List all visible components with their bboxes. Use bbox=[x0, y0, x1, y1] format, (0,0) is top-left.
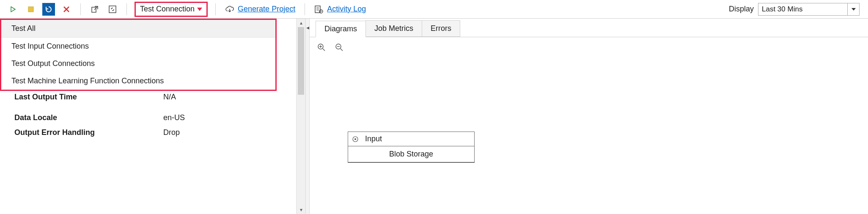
diagram-node-input[interactable]: Input Blob Storage bbox=[348, 132, 475, 163]
right-pane: Diagrams Job Metrics Errors Input Blob S… bbox=[310, 19, 868, 214]
zoom-out-icon[interactable] bbox=[335, 43, 343, 54]
separator bbox=[215, 3, 216, 15]
link-icon[interactable] bbox=[106, 3, 119, 16]
prop-row-last-output: Last Output Time N/A bbox=[14, 93, 301, 102]
prop-value: N/A bbox=[163, 93, 176, 102]
separator bbox=[305, 3, 305, 15]
display-filter: Display Last 30 Mins bbox=[729, 3, 864, 16]
svg-rect-0 bbox=[28, 7, 33, 12]
vertical-scrollbar[interactable]: ▴ ▾ bbox=[296, 19, 305, 214]
test-connection-menu: Test All Test Input Connections Test Out… bbox=[0, 19, 277, 91]
zoom-in-icon[interactable] bbox=[317, 43, 326, 54]
prop-key: Last Output Time bbox=[14, 93, 163, 102]
tab-job-metrics[interactable]: Job Metrics bbox=[365, 20, 422, 37]
diagram-toolbar bbox=[310, 37, 868, 60]
prop-row-error-handling: Output Error Handling Drop bbox=[14, 128, 301, 137]
svg-rect-1 bbox=[92, 7, 96, 12]
test-connection-label: Test Connection bbox=[140, 5, 195, 14]
chevron-down-icon bbox=[197, 8, 202, 11]
menu-test-input[interactable]: Test Input Connections bbox=[1, 38, 275, 55]
generate-project-button[interactable]: Generate Project bbox=[225, 5, 295, 14]
test-connection-dropdown[interactable]: Test Connection bbox=[135, 2, 208, 17]
tab-strip: Diagrams Job Metrics Errors bbox=[310, 19, 868, 37]
open-external-icon[interactable] bbox=[88, 3, 101, 16]
cloud-download-icon bbox=[225, 5, 234, 14]
menu-test-all[interactable]: Test All bbox=[1, 20, 275, 38]
tab-diagrams[interactable]: Diagrams bbox=[316, 21, 366, 37]
generate-project-label: Generate Project bbox=[238, 5, 295, 14]
collapse-left-icon[interactable]: ◂ bbox=[306, 24, 309, 31]
content-area: Test All Test Input Connections Test Out… bbox=[0, 19, 868, 214]
scroll-up-icon[interactable]: ▴ bbox=[297, 19, 305, 27]
node-subtitle: Blob Storage bbox=[348, 146, 474, 162]
node-header: Input bbox=[348, 132, 474, 146]
menu-test-output[interactable]: Test Output Connections bbox=[1, 55, 275, 72]
node-title: Input bbox=[365, 134, 382, 143]
menu-test-ml[interactable]: Test Machine Learning Function Connectio… bbox=[1, 72, 275, 90]
toolbar: Test Connection Generate Project Activit… bbox=[0, 0, 868, 19]
chevron-down-icon bbox=[847, 3, 859, 15]
scroll-down-icon[interactable]: ▾ bbox=[297, 206, 305, 214]
scrollbar-thumb[interactable] bbox=[298, 27, 304, 95]
input-icon bbox=[352, 136, 359, 143]
svg-rect-2 bbox=[109, 6, 116, 13]
prop-value: en-US bbox=[163, 113, 185, 122]
separator bbox=[80, 3, 81, 15]
activity-log-label: Activity Log bbox=[327, 5, 366, 14]
display-select[interactable]: Last 30 Mins bbox=[758, 3, 860, 16]
display-select-value: Last 30 Mins bbox=[758, 5, 847, 14]
prop-value: Drop bbox=[163, 128, 180, 137]
splitter[interactable]: ◂ bbox=[305, 19, 310, 214]
tab-errors[interactable]: Errors bbox=[422, 20, 460, 37]
play-icon[interactable] bbox=[7, 3, 19, 16]
delete-icon[interactable] bbox=[60, 3, 73, 16]
separator bbox=[126, 3, 127, 15]
refresh-icon[interactable] bbox=[42, 3, 55, 16]
left-pane: Test All Test Input Connections Test Out… bbox=[0, 19, 305, 214]
activity-log-button[interactable]: Activity Log bbox=[314, 5, 366, 14]
prop-key: Output Error Handling bbox=[14, 128, 163, 137]
activity-log-icon bbox=[314, 5, 324, 14]
stop-icon[interactable] bbox=[25, 3, 37, 16]
svg-point-8 bbox=[354, 138, 356, 140]
display-label: Display bbox=[729, 5, 754, 14]
prop-row-data-locale: Data Locale en-US bbox=[14, 113, 301, 122]
prop-key: Data Locale bbox=[14, 113, 163, 122]
